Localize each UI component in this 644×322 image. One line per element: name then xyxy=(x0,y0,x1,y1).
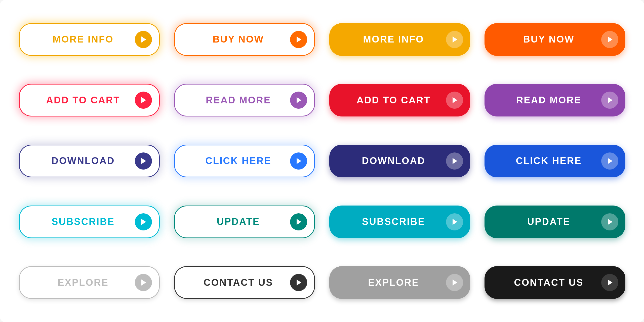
download-outline-button[interactable]: DOWNLOAD xyxy=(19,145,160,177)
play-icon xyxy=(135,92,152,109)
play-icon xyxy=(135,31,152,48)
play-icon xyxy=(601,31,618,48)
button-grid: MORE INFO BUY NOW MORE INFO BUY NOW ADD … xyxy=(0,0,644,322)
buy-now-outline-button[interactable]: BUY NOW xyxy=(174,23,315,56)
download-filled-button[interactable]: DOWNLOAD xyxy=(329,145,470,177)
svg-marker-17 xyxy=(297,279,301,286)
click-here-outline-button[interactable]: CLICK HERE xyxy=(174,145,315,177)
explore-outline-button[interactable]: EXPLORE xyxy=(19,266,160,299)
more-info-outline-button[interactable]: MORE INFO xyxy=(19,23,160,56)
read-more-outline-button[interactable]: READ MORE xyxy=(174,84,315,116)
play-icon xyxy=(290,213,307,230)
button-label: DOWNLOAD xyxy=(341,155,446,166)
play-icon xyxy=(290,92,307,109)
svg-marker-3 xyxy=(608,36,613,43)
play-icon xyxy=(135,152,152,170)
svg-marker-0 xyxy=(141,36,146,43)
play-icon xyxy=(446,152,463,170)
button-label: CONTACT US xyxy=(187,277,290,288)
play-icon xyxy=(601,92,618,109)
more-info-filled-button[interactable]: MORE INFO xyxy=(329,23,470,56)
svg-marker-6 xyxy=(453,97,457,103)
subscribe-filled-button[interactable]: SUBSCRIBE xyxy=(329,206,470,238)
button-label: BUY NOW xyxy=(187,34,290,45)
play-icon xyxy=(290,31,307,48)
svg-marker-16 xyxy=(141,279,146,286)
button-label: EXPLORE xyxy=(32,277,135,288)
svg-marker-12 xyxy=(141,219,146,225)
svg-marker-5 xyxy=(297,97,301,103)
svg-marker-14 xyxy=(453,219,457,225)
button-label: CLICK HERE xyxy=(187,155,290,166)
contact-filled-button[interactable]: CONTACT US xyxy=(485,266,625,299)
play-icon xyxy=(290,152,307,170)
svg-marker-4 xyxy=(141,97,146,103)
play-icon xyxy=(135,213,152,230)
play-icon xyxy=(290,274,307,291)
button-label: SUBSCRIBE xyxy=(341,216,446,227)
svg-marker-10 xyxy=(453,158,457,164)
button-label: SUBSCRIBE xyxy=(32,216,135,227)
button-label: READ MORE xyxy=(497,95,601,106)
play-icon xyxy=(601,152,618,170)
add-cart-filled-button[interactable]: ADD To CART xyxy=(329,84,470,116)
explore-filled-button[interactable]: EXPLORE xyxy=(329,266,470,299)
play-icon xyxy=(135,274,152,291)
svg-marker-18 xyxy=(453,279,457,286)
svg-marker-2 xyxy=(453,36,457,43)
svg-marker-7 xyxy=(608,97,613,103)
button-label: ADD To CART xyxy=(32,95,135,106)
play-icon xyxy=(446,274,463,291)
svg-marker-15 xyxy=(608,219,613,225)
play-icon xyxy=(446,31,463,48)
svg-marker-11 xyxy=(608,158,613,164)
button-label: MORE INFO xyxy=(341,34,446,45)
button-label: CLICK HERE xyxy=(497,155,601,166)
play-icon xyxy=(601,213,618,230)
button-label: CONTACT US xyxy=(497,277,601,288)
button-label: BUY NOW xyxy=(497,34,601,45)
add-cart-outline-button[interactable]: ADD To CART xyxy=(19,84,160,116)
play-icon xyxy=(601,274,618,291)
svg-marker-19 xyxy=(608,279,613,286)
button-label: EXPLORE xyxy=(341,277,446,288)
button-label: UPDATE xyxy=(497,216,601,227)
update-outline-button[interactable]: UPDATE xyxy=(174,206,315,238)
play-icon xyxy=(446,213,463,230)
read-more-filled-button[interactable]: READ MORE xyxy=(485,84,625,116)
svg-marker-8 xyxy=(141,158,146,164)
button-label: UPDATE xyxy=(187,216,290,227)
svg-marker-13 xyxy=(297,219,301,225)
subscribe-outline-button[interactable]: SUBSCRIBE xyxy=(19,206,160,238)
update-filled-button[interactable]: UPDATE xyxy=(485,206,625,238)
button-label: DOWNLOAD xyxy=(32,155,135,166)
button-label: MORE INFO xyxy=(32,34,135,45)
button-label: ADD To CART xyxy=(341,95,446,106)
buy-now-filled-button[interactable]: BUY NOW xyxy=(485,23,625,56)
click-here-filled-button[interactable]: CLICK HERE xyxy=(485,145,625,177)
contact-outline-button[interactable]: CONTACT US xyxy=(174,266,315,299)
svg-marker-9 xyxy=(297,158,301,164)
svg-marker-1 xyxy=(297,36,301,43)
play-icon xyxy=(446,92,463,109)
button-label: READ MORE xyxy=(187,95,290,106)
